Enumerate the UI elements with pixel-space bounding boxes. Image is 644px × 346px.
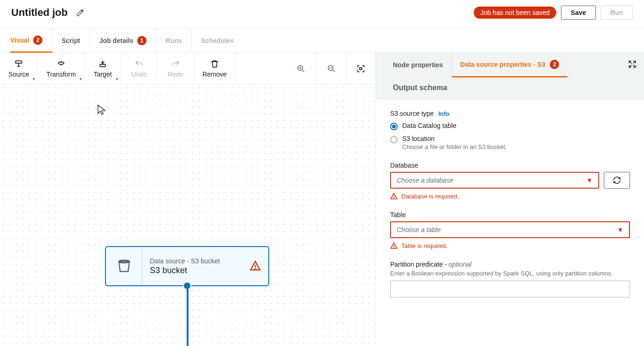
svg-point-7 xyxy=(255,268,256,268)
svg-rect-0 xyxy=(16,61,22,63)
radio-s3-location-help: Choose a file or folder in an S3 bucket. xyxy=(402,143,507,150)
sp-tab-node-properties-label: Node properties xyxy=(393,61,443,69)
node-subtitle: Data source - S3 bucket xyxy=(150,257,220,265)
tab-job-details-label: Job details xyxy=(99,37,133,44)
sp-tab-ds-label: Data source properties - S3 xyxy=(460,61,545,68)
svg-point-9 xyxy=(394,247,394,248)
sp-tab-data-source-props[interactable]: Data source properties - S3 2 xyxy=(452,53,567,78)
caret-down-icon: ▼ xyxy=(115,77,119,81)
node-icon-box xyxy=(106,247,142,285)
table-placeholder: Choose a table xyxy=(397,226,441,233)
tab-script-label: Script xyxy=(62,37,80,44)
transform-label: Transform xyxy=(46,71,76,78)
remove-button[interactable]: Remove xyxy=(194,53,236,84)
job-title: Untitled job xyxy=(11,7,68,19)
svg-rect-2 xyxy=(100,64,105,66)
database-label: Database xyxy=(390,162,630,169)
graph-canvas[interactable]: Data source - S3 bucket S3 bucket xyxy=(0,85,376,345)
sp-tab-ds-badge: 2 xyxy=(550,60,559,69)
target-dropdown[interactable]: Target ▼ xyxy=(85,53,121,84)
fit-view-icon xyxy=(357,64,365,73)
transform-dropdown[interactable]: Transform ▼ xyxy=(38,53,84,84)
database-select[interactable]: Choose a database ▼ xyxy=(390,172,599,189)
undo-button: Undo xyxy=(121,53,158,84)
sp-tab-node-properties[interactable]: Node properties xyxy=(388,53,452,77)
source-icon xyxy=(14,59,23,69)
node-edge xyxy=(187,289,189,346)
cursor-icon xyxy=(98,105,106,117)
transform-icon xyxy=(56,59,66,69)
redo-button: Redo xyxy=(158,53,194,84)
partition-helper: Enter a Boolean expression supported by … xyxy=(390,270,630,277)
redo-icon xyxy=(171,59,180,69)
radio-data-catalog-label: Data Catalog table xyxy=(402,122,456,129)
radio-data-catalog[interactable]: Data Catalog table xyxy=(390,122,630,130)
tab-job-details-badge: 1 xyxy=(137,36,147,45)
table-label: Table xyxy=(390,211,630,219)
tab-schedules-label: Schedules xyxy=(201,37,234,44)
caret-down-icon: ▼ xyxy=(79,77,83,81)
warning-icon xyxy=(390,192,398,200)
save-status-pill: Job has not been saved xyxy=(474,7,556,19)
remove-label: Remove xyxy=(203,71,227,78)
properties-panel: Node properties Data source properties -… xyxy=(376,53,644,345)
database-error: Database is required. xyxy=(401,193,459,200)
source-dropdown[interactable]: Source ▼ xyxy=(0,53,38,84)
caret-down-icon: ▼ xyxy=(586,177,593,184)
radio-s3-location[interactable]: S3 location Choose a file or folder in a… xyxy=(390,135,630,150)
radio-s3-location-label: S3 location xyxy=(402,135,507,142)
partition-optional: optional xyxy=(448,261,471,268)
tab-runs: Runs xyxy=(156,28,192,52)
zoom-out-button[interactable] xyxy=(316,53,346,84)
bucket-icon xyxy=(116,258,132,274)
table-error: Table is required. xyxy=(401,242,448,249)
tab-visual[interactable]: Visual 2 xyxy=(10,29,52,53)
refresh-icon xyxy=(613,176,621,184)
zoom-in-button[interactable] xyxy=(286,53,316,84)
node-body: Data source - S3 bucket S3 bucket xyxy=(142,247,268,285)
table-select[interactable]: Choose a table ▼ xyxy=(390,221,630,238)
caret-down-icon: ▼ xyxy=(32,77,35,81)
tab-visual-badge: 2 xyxy=(33,35,42,45)
partition-label: Partition predicate - xyxy=(390,261,447,268)
database-placeholder: Choose a database xyxy=(397,177,453,184)
refresh-database-button[interactable] xyxy=(604,172,630,189)
tab-script[interactable]: Script xyxy=(52,28,90,52)
node-s3-bucket[interactable]: Data source - S3 bucket S3 bucket xyxy=(105,246,269,286)
tab-job-details[interactable]: Job details 1 xyxy=(90,28,156,52)
run-button[interactable]: Run xyxy=(601,6,633,20)
edit-job-title-icon[interactable] xyxy=(76,8,84,17)
warning-icon xyxy=(390,242,398,249)
zoom-out-icon xyxy=(327,64,336,73)
trash-icon xyxy=(210,59,219,69)
info-link[interactable]: Info xyxy=(438,110,449,117)
svg-point-8 xyxy=(394,198,394,198)
redo-label: Redo xyxy=(168,71,183,78)
canvas-toolbar: Source ▼ Transform ▼ Target ▼ Undo Redo xyxy=(0,53,376,85)
partition-input[interactable] xyxy=(390,281,630,297)
tab-runs-label: Runs xyxy=(166,37,182,44)
node-title: S3 bucket xyxy=(150,266,220,275)
fit-view-button[interactable] xyxy=(346,53,376,84)
radio-s3-location-input[interactable] xyxy=(390,136,398,143)
s3-source-type-label: S3 source type xyxy=(390,110,434,117)
undo-icon xyxy=(134,59,144,69)
svg-point-1 xyxy=(58,62,64,64)
save-button[interactable]: Save xyxy=(561,6,596,20)
warning-icon xyxy=(250,260,261,273)
tab-visual-label: Visual xyxy=(10,36,29,44)
source-label: Source xyxy=(8,71,29,78)
expand-panel-button[interactable] xyxy=(628,60,637,70)
target-icon xyxy=(98,59,107,69)
radio-data-catalog-input[interactable] xyxy=(390,123,398,130)
zoom-in-icon xyxy=(297,64,305,73)
caret-down-icon: ▼ xyxy=(617,226,623,233)
main-tabs: Visual 2 Script Job details 1 Runs Sched… xyxy=(0,28,644,53)
target-label: Target xyxy=(94,71,112,78)
svg-rect-5 xyxy=(360,67,362,70)
expand-icon xyxy=(628,60,637,69)
sp-output-schema-header[interactable]: Output schema xyxy=(376,77,644,99)
tab-schedules: Schedules xyxy=(192,28,243,52)
undo-label: Undo xyxy=(131,71,147,78)
